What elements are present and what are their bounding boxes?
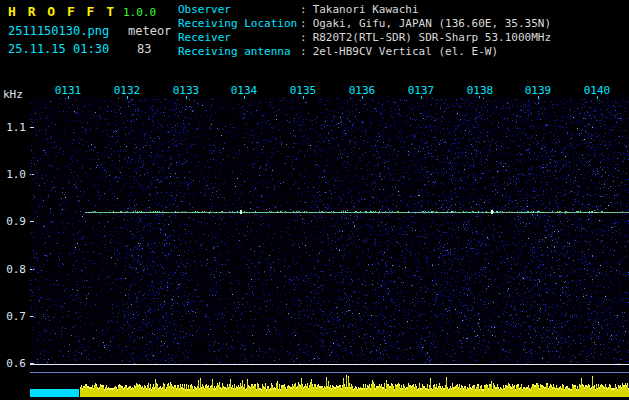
- info-separator: :: [300, 31, 307, 45]
- station-info: Observer : Takanori Kawachi Receiving Lo…: [178, 3, 551, 59]
- info-separator: :: [300, 17, 307, 31]
- info-label: Receiving Location: [178, 17, 300, 31]
- y-tick-label: 1.1: [0, 121, 26, 134]
- info-label: Receiving antenna: [178, 45, 300, 59]
- info-separator: :: [300, 3, 307, 17]
- info-value: R820T2(RTL-SDR) SDR-Sharp 53.1000MHz: [313, 31, 551, 45]
- y-tick-label: 0.9: [0, 215, 26, 228]
- info-value: Ogaki, Gifu, JAPAN (136.60E, 35.35N): [313, 17, 551, 31]
- mode-label: meteor: [128, 24, 171, 38]
- info-row-receiver: Receiver : R820T2(RTL-SDR) SDR-Sharp 53.…: [178, 31, 551, 45]
- y-axis-unit: kHz: [3, 88, 23, 101]
- spectrogram-canvas: [30, 96, 629, 400]
- output-filename: 2511150130.png: [8, 24, 109, 38]
- app-version: 1.0.0: [123, 6, 156, 19]
- y-tick-label: 1.0: [0, 168, 26, 181]
- y-tick-label: 0.7: [0, 310, 26, 323]
- info-separator: :: [300, 45, 307, 59]
- info-label: Observer: [178, 3, 300, 17]
- datetime-label: 25.11.15 01:30: [8, 42, 109, 56]
- info-value: 2el-HB9CV Vertical (el. E-W): [313, 45, 498, 59]
- info-row-location: Receiving Location : Ogaki, Gifu, JAPAN …: [178, 17, 551, 31]
- y-tick-label: 0.6: [0, 357, 26, 370]
- meteor-count: 83: [137, 42, 151, 56]
- app-title: H R O F F T: [8, 4, 116, 19]
- info-label: Receiver: [178, 31, 300, 45]
- info-row-observer: Observer : Takanori Kawachi: [178, 3, 551, 17]
- y-tick-label: 0.8: [0, 263, 26, 276]
- info-value: Takanori Kawachi: [313, 3, 419, 17]
- info-row-antenna: Receiving antenna : 2el-HB9CV Vertical (…: [178, 45, 551, 59]
